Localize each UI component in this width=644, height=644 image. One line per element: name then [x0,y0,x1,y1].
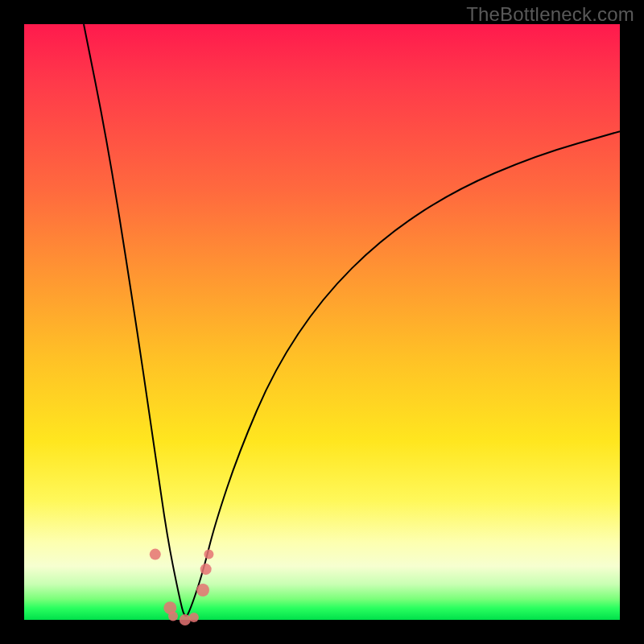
chart-frame: TheBottleneck.com [0,0,644,644]
data-marker [200,564,212,575]
attribution-label: TheBottleneck.com [466,3,634,26]
curve-path [84,24,620,616]
data-marker [180,614,191,625]
data-marker [204,550,213,559]
data-marker [196,584,209,597]
plot-area [24,24,620,620]
data-marker [150,549,161,560]
data-marker [189,613,199,622]
markers-group [150,549,214,625]
bottleneck-curve [24,24,620,620]
data-marker [168,612,178,621]
